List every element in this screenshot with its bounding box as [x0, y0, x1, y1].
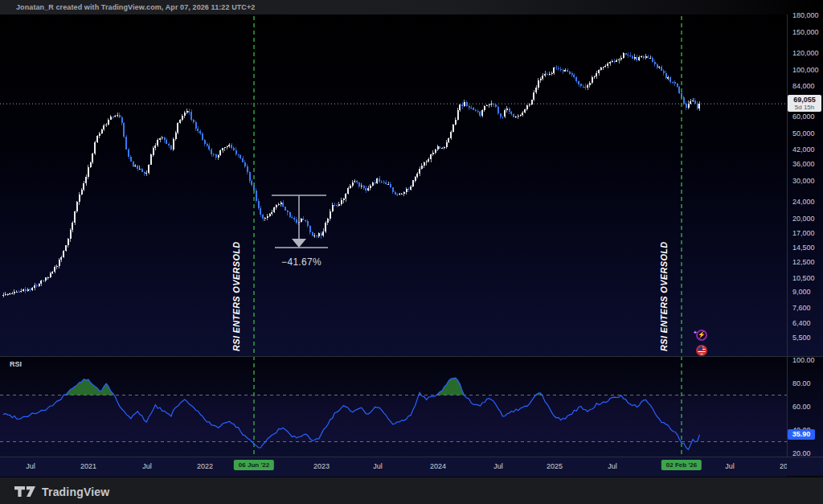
time-tick: Jul	[493, 462, 503, 470]
oversold-annotation-2[interactable]: RSI ENTERS OVERSOLD	[659, 242, 669, 352]
price-tick: 42,000	[792, 145, 815, 154]
rsi-overbought-fill	[63, 378, 542, 395]
time-tick: Jul	[373, 462, 383, 470]
rsi-last-value-label: 35.90	[788, 429, 815, 440]
tradingview-logo-mark	[14, 486, 35, 498]
time-tick: 2025	[547, 462, 563, 470]
tradingview-logo[interactable]: TradingView	[14, 486, 109, 498]
rsi-axis[interactable]: 100.0080.0060.0040.0020.00	[788, 356, 823, 457]
time-tick: Jul	[608, 462, 617, 470]
price-tick: 50,000	[792, 129, 815, 137]
axis-corner	[787, 457, 823, 477]
price-tick: 120,000	[792, 49, 819, 57]
time-tick: Jul	[142, 462, 152, 470]
price-tick: 180,000	[792, 11, 819, 19]
price-axis[interactable]: 180,000150,000120,000100,00084,00072,000…	[788, 0, 823, 356]
price-tick: 30,000	[792, 177, 815, 185]
event-date-badge[interactable]: 02 Feb '26	[661, 460, 702, 470]
time-tick: 2022	[197, 462, 213, 470]
time-tick: 2027	[780, 462, 787, 470]
price-tick: 14,500	[792, 244, 815, 252]
price-tick: 36,000	[792, 160, 815, 168]
price-tick: 7,600	[792, 304, 811, 312]
rsi-tick: 80.00	[792, 379, 811, 387]
time-tick: Jul	[725, 462, 735, 470]
price-range-measure-label[interactable]: −41.67%	[261, 256, 342, 268]
chart-canvas[interactable]	[0, 0, 823, 476]
time-axis[interactable]: 06 Jun '22 02 Feb '26 Jul2021Jul20222023…	[0, 457, 787, 477]
time-tick: Jul	[26, 462, 35, 470]
us-flag-event-icon[interactable]	[696, 345, 707, 356]
time-tick: 2023	[313, 462, 330, 470]
time-tick: 2021	[80, 462, 96, 470]
rsi-tick: 20.00	[792, 449, 811, 457]
tradingview-logo-text: TradingView	[42, 486, 109, 498]
last-price-value: 69,055	[788, 96, 821, 104]
price-tick: 9,000	[792, 288, 811, 296]
price-tick: 60,000	[792, 113, 815, 121]
last-price-label: 69,055 5d 15h	[788, 95, 821, 112]
price-tick: 17,000	[792, 229, 815, 237]
candles-layer	[2, 52, 700, 297]
bar-countdown: 5d 15h	[788, 104, 821, 111]
price-tick: 10,500	[792, 274, 815, 282]
event-date-badge[interactable]: 06 Jun '22	[234, 460, 274, 470]
price-tick: 84,000	[792, 82, 815, 90]
attribution-text: Jonatan_R created with TradingView.com, …	[16, 3, 255, 11]
time-tick: 2024	[430, 462, 446, 470]
price-tick: 12,500	[792, 258, 815, 266]
price-tick: 100,000	[792, 66, 819, 74]
price-tick: 24,000	[792, 198, 815, 206]
price-tick: 150,000	[792, 28, 819, 36]
rsi-tick: 100.00	[792, 356, 815, 364]
sparkle-icon: ✦	[693, 329, 698, 336]
flag-canton	[698, 346, 702, 350]
price-tick: 6,400	[792, 319, 811, 327]
rsi-pane-title[interactable]: RSI	[10, 360, 22, 368]
oversold-annotation-1[interactable]: RSI ENTERS OVERSOLD	[231, 242, 241, 352]
tradingview-snapshot: Jonatan_R created with TradingView.com, …	[0, 0, 823, 504]
bottom-brand-bar: TradingView	[0, 476, 823, 504]
price-tick: 5,500	[792, 334, 811, 342]
rsi-tick: 60.00	[792, 403, 811, 411]
flash-event-icon[interactable]: ✦⚡	[696, 330, 707, 341]
price-tick: 20,000	[792, 215, 815, 223]
